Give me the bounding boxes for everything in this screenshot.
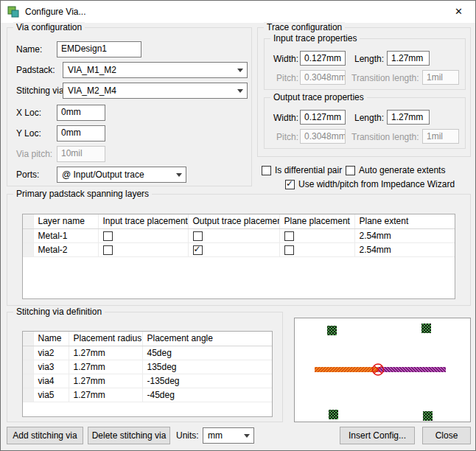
radius-cell[interactable]: 1.27mm <box>69 374 142 388</box>
via-preview-graphic <box>295 318 470 422</box>
col-input-trace-placement: Input trace placement <box>98 214 188 228</box>
width-label: Width: <box>273 113 298 123</box>
impedance-wizard-option: Use width/pitch from Impedance Wizard <box>285 179 455 189</box>
impedance-wizard-checkbox[interactable] <box>285 180 295 189</box>
group-title: Primary padstack spanning layers <box>13 189 152 199</box>
col-name: Name <box>33 332 69 346</box>
via-preview-panel <box>294 318 471 422</box>
table-row[interactable]: via2 1.27mm 45deg <box>23 346 272 360</box>
col-layer-name: Layer name <box>33 214 98 228</box>
delete-stitching-via-button[interactable]: Delete stitching via <box>88 427 170 444</box>
angle-cell[interactable]: -45deg <box>142 388 272 402</box>
padstack-layers-group: Primary padstack spanning layers Layer n… <box>7 194 471 306</box>
via-name-cell[interactable]: via2 <box>33 346 69 360</box>
layer-name-cell: Metal-2 <box>33 242 98 256</box>
plane-extent-cell[interactable]: 2.54mm <box>354 242 455 256</box>
length-label: Length: <box>354 54 384 64</box>
output-placement-checkbox[interactable] <box>193 231 203 241</box>
input-width-field[interactable]: 0.127mm <box>300 51 346 66</box>
table-row[interactable]: Metal-1 2.54mm <box>23 228 455 242</box>
col-plane-extent: Plane extent <box>354 214 455 228</box>
radius-cell[interactable]: 1.27mm <box>69 388 142 402</box>
transition-length-label: Transition length: <box>351 73 419 83</box>
stitching-table: Name Placement radius Placement angle vi… <box>22 331 273 417</box>
group-title: Stitching via definition <box>13 307 105 317</box>
row-selector[interactable] <box>23 360 33 374</box>
row-selector[interactable] <box>23 388 33 402</box>
chevron-down-icon <box>234 63 247 77</box>
input-pitch-field: 0.3048mm <box>300 70 346 85</box>
output-trace-graphic <box>378 367 446 372</box>
via-name-cell[interactable]: via4 <box>33 374 69 388</box>
insert-config-button[interactable]: Insert Config... <box>340 427 415 444</box>
close-button[interactable]: Close <box>422 427 471 444</box>
angle-cell[interactable]: -135deg <box>142 374 272 388</box>
table-header-row: Layer name Input trace placement Output … <box>23 214 455 228</box>
table-row[interactable]: via5 1.27mm -45deg <box>23 388 272 402</box>
close-icon[interactable]: ✕ <box>442 1 475 22</box>
input-placement-checkbox[interactable] <box>103 245 113 255</box>
chevron-down-icon <box>172 167 186 182</box>
row-selector[interactable] <box>23 374 33 388</box>
ports-label: Ports: <box>16 169 39 180</box>
angle-cell[interactable]: 135deg <box>142 360 272 374</box>
plane-extent-cell[interactable]: 2.54mm <box>354 228 455 242</box>
col-output-trace-placement: Output trace placement <box>188 214 279 228</box>
table-row[interactable]: via4 1.27mm -135deg <box>23 374 272 388</box>
radius-cell[interactable]: 1.27mm <box>69 360 142 374</box>
name-field[interactable]: EMDesign1 <box>57 41 141 57</box>
via-name-cell[interactable]: via5 <box>33 388 69 402</box>
configure-via-dialog: Configure Via... ✕ Via configuration Nam… <box>0 0 476 451</box>
diff-pair-option: Is differential pair <box>262 165 342 175</box>
pitch-label: Pitch: <box>276 132 298 142</box>
yloc-field[interactable]: 0mm <box>57 125 105 141</box>
output-pitch-field: 0.3048mm <box>300 129 346 144</box>
yloc-label: Y Loc: <box>16 128 41 139</box>
output-length-field[interactable]: 1.27mm <box>387 110 430 125</box>
width-label: Width: <box>273 54 298 64</box>
xloc-field[interactable]: 0mm <box>57 105 105 121</box>
app-icon <box>7 6 19 18</box>
col-placement-radius: Placement radius <box>69 332 142 346</box>
output-trace-properties-group: Output trace properties Width: 0.127mm L… <box>264 97 466 149</box>
padstack-table: Layer name Input trace placement Output … <box>22 214 455 299</box>
add-stitching-via-button[interactable]: Add stitching via <box>7 427 83 444</box>
output-transition-field: 1mil <box>422 129 459 144</box>
diff-pair-checkbox[interactable] <box>262 166 271 175</box>
stitching-via-label: Stitching via: <box>16 85 66 96</box>
output-width-field[interactable]: 0.127mm <box>300 110 346 125</box>
group-title: Output trace properties <box>270 92 367 102</box>
units-dropdown[interactable]: mm <box>203 427 254 444</box>
via-pitch-field: 10mil <box>57 146 105 162</box>
col-plane-placement: Plane placement <box>279 214 354 228</box>
auto-extents-label: Auto generate extents <box>359 165 445 175</box>
plane-placement-checkbox[interactable] <box>284 245 294 255</box>
transition-length-label: Transition length: <box>351 132 419 142</box>
stitching-via-group: Stitching via definition Name Placement … <box>7 312 283 422</box>
chevron-down-icon <box>234 83 247 98</box>
padstack-dropdown[interactable]: VIA_M1_M2 <box>63 62 248 78</box>
units-label: Units: <box>176 430 199 441</box>
stitching-via-dropdown[interactable]: VIA_M2_M4 <box>63 83 248 99</box>
group-title: Via configuration <box>13 22 85 32</box>
stitching-via-pad-icon <box>421 324 431 333</box>
output-placement-checkbox[interactable] <box>193 245 203 255</box>
via-name-cell[interactable]: via3 <box>33 360 69 374</box>
row-selector-header <box>23 332 33 346</box>
ports-dropdown[interactable]: @ Input/Output trace <box>57 167 186 183</box>
radius-cell[interactable]: 1.27mm <box>69 346 142 360</box>
auto-extents-checkbox[interactable] <box>346 166 355 175</box>
angle-cell[interactable]: 45deg <box>142 346 272 360</box>
table-row[interactable]: Metal-2 2.54mm <box>23 242 455 256</box>
table-row[interactable]: via3 1.27mm 135deg <box>23 360 272 374</box>
input-length-field[interactable]: 1.27mm <box>387 51 430 66</box>
name-label: Name: <box>16 44 42 55</box>
via-configuration-group: Via configuration Name: EMDesign1 Padsta… <box>7 27 252 186</box>
title-bar: Configure Via... <box>1 1 475 23</box>
row-selector[interactable] <box>23 228 33 242</box>
row-selector[interactable] <box>23 242 33 256</box>
input-placement-checkbox[interactable] <box>103 231 113 241</box>
plane-placement-checkbox[interactable] <box>284 231 294 241</box>
row-selector[interactable] <box>23 346 33 360</box>
pitch-label: Pitch: <box>276 73 298 83</box>
